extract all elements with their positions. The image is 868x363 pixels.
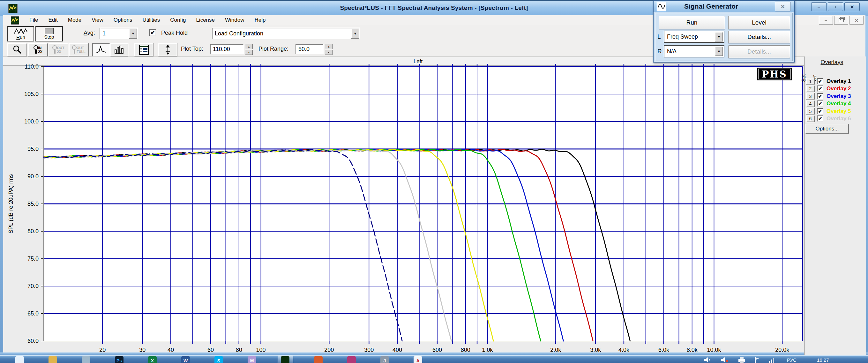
menu-item-license[interactable]: License (191, 17, 220, 23)
overlay-set-button-4[interactable]: 4 (806, 100, 815, 107)
overlay-set-button-3[interactable]: 3 (806, 93, 815, 100)
menu-item-help[interactable]: Help (249, 17, 271, 23)
maximize-button[interactable]: ▫ (828, 2, 843, 11)
svg-text:300: 300 (364, 347, 374, 353)
right-signal-value: N/A (667, 48, 677, 55)
menu-item-mode[interactable]: Mode (63, 17, 87, 23)
taskbar-icon-spectraplus[interactable] (281, 356, 289, 363)
y-axis-title: SPL (dB re 20uPA) rms (8, 174, 14, 233)
overlay-set-button-5[interactable]: 5 (806, 108, 815, 114)
stop-button[interactable]: Stop (35, 26, 63, 41)
generator-run-button[interactable]: Run (659, 16, 725, 29)
generator-level-button[interactable]: Level (728, 16, 790, 29)
child-close-button[interactable]: ✕ (849, 16, 864, 25)
svg-text:70.0: 70.0 (27, 283, 39, 289)
minimize-button[interactable]: – (811, 2, 827, 11)
overlay-set-button-2[interactable]: 2 (806, 86, 815, 92)
right-details-button[interactable]: Details... (728, 45, 790, 58)
child-restore-button[interactable] (834, 16, 848, 25)
plot-top-spinner[interactable]: ▲▼ (245, 44, 253, 55)
menu-item-view[interactable]: View (87, 17, 108, 23)
mdi-child-icon[interactable] (11, 16, 19, 25)
plot-range-input[interactable]: 50.0 (296, 44, 323, 54)
svg-text:1.0k: 1.0k (482, 347, 493, 353)
zoom-in-2x-button[interactable]: IN 2X (28, 43, 48, 57)
zoom-out-2x-button[interactable]: OUT 2X (49, 43, 68, 57)
display-options-button[interactable] (134, 43, 154, 57)
taskbar-icon-utility[interactable]: J (380, 356, 389, 363)
zoom-out-full-button[interactable]: OUT FULL (69, 43, 89, 57)
bar-plot-mode-button[interactable] (111, 43, 128, 57)
restore-icon (839, 18, 844, 22)
spectrum-chart: Left 20304060801002003004006008001.0k2.0… (3, 57, 804, 355)
menu-item-window[interactable]: Window (220, 17, 249, 23)
notification-flag-icon[interactable] (754, 357, 760, 363)
right-signal-dropdown-arrow[interactable]: ▼ (715, 46, 723, 56)
menu-item-utilities[interactable]: Utilities (137, 17, 165, 23)
vertical-range-icon (164, 45, 172, 55)
overlay-on-checkbox-1[interactable]: ✔ (817, 78, 823, 85)
taskbar-icon-explorer-folder[interactable] (49, 356, 57, 363)
left-signal-dropdown-arrow[interactable]: ▼ (715, 32, 723, 41)
taskbar-icon-skype[interactable]: S (214, 356, 223, 363)
svg-text:90.0: 90.0 (27, 173, 39, 179)
line-plot-mode-button[interactable] (92, 43, 110, 57)
overlay-set-button-1[interactable]: 1 (806, 78, 815, 85)
taskbar-icon-word[interactable]: W (181, 356, 190, 363)
volume-alert-icon[interactable] (720, 357, 729, 363)
svg-text:100: 100 (256, 347, 266, 353)
taskbar-icon-photo-app[interactable] (347, 356, 356, 363)
peak-hold-checkbox[interactable]: ✔ (149, 29, 156, 36)
right-signal-combobox[interactable]: N/A ▼ (664, 45, 724, 58)
menu-item-edit[interactable]: Edit (43, 17, 63, 23)
signal-generator-window[interactable]: Signal Generator ✕ Run Level L Freq Swee… (653, 0, 795, 63)
load-configuration-combobox[interactable]: Load Configuration ▼ (212, 28, 360, 39)
taskbar-icon-start-orb[interactable] (15, 356, 24, 363)
menu-item-file[interactable]: File (24, 17, 43, 23)
load-configuration-dropdown-arrow[interactable]: ▼ (351, 28, 359, 39)
signal-generator-close-button[interactable]: ✕ (775, 2, 791, 11)
printer-icon[interactable] (738, 357, 745, 363)
svg-text:3.0k: 3.0k (590, 347, 601, 353)
plot-title: Left (413, 58, 423, 64)
menu-item-config[interactable]: Config (165, 17, 191, 23)
plot-top-input[interactable]: 110.00 (210, 44, 244, 54)
overlays-options-button[interactable]: Options... (805, 124, 849, 134)
vertical-scale-button[interactable] (158, 43, 178, 57)
overlay-on-checkbox-6[interactable]: ✔ (817, 116, 823, 122)
clock[interactable]: 16:27 (817, 357, 829, 363)
close-button[interactable]: ✕ (844, 2, 860, 11)
language-indicator[interactable]: РУС (787, 357, 797, 363)
child-minimize-button[interactable]: – (819, 16, 833, 25)
menu-item-options[interactable]: Options (108, 17, 137, 23)
left-signal-combobox[interactable]: Freq Sweep ▼ (664, 31, 724, 43)
network-icon[interactable] (769, 357, 776, 363)
taskbar[interactable]: PsXWSMJA РУС 16:27 (0, 355, 868, 363)
taskbar-icon-photoshop[interactable]: Ps (115, 356, 124, 363)
taskbar-icon-browser[interactable] (314, 356, 322, 363)
overlay-on-checkbox-3[interactable]: ✔ (817, 93, 823, 100)
zoom-button[interactable] (7, 43, 27, 57)
right-channel-label: R (657, 48, 662, 55)
overlays-title: Overlays (805, 59, 859, 66)
taskbar-icon-excel[interactable]: X (148, 356, 157, 363)
run-button[interactable]: Run (7, 26, 34, 41)
left-details-button[interactable]: Details... (728, 31, 790, 43)
svg-text:200: 200 (324, 347, 334, 353)
avg-combobox[interactable]: 1 ▼ (99, 28, 138, 39)
taskbar-icon-autocad[interactable]: A (413, 356, 422, 363)
svg-text:80.0: 80.0 (27, 228, 39, 234)
overlay-on-checkbox-4[interactable]: ✔ (817, 100, 823, 107)
taskbar-icon-media-player[interactable] (82, 356, 90, 363)
svg-text:2.0k: 2.0k (550, 347, 561, 353)
overlay-on-checkbox-5[interactable]: ✔ (817, 108, 823, 114)
taskbar-icon-outlook[interactable]: M (248, 356, 256, 363)
overlay-set-button-6[interactable]: 6 (806, 116, 815, 122)
plot-range-spinner[interactable]: ▲▼ (325, 44, 333, 55)
avg-dropdown-arrow[interactable]: ▼ (129, 28, 137, 39)
volume-icon[interactable] (704, 357, 712, 363)
svg-text:95.0: 95.0 (27, 146, 39, 152)
overlay-on-checkbox-2[interactable]: ✔ (817, 86, 823, 92)
signal-generator-title-bar[interactable]: Signal Generator ✕ (654, 1, 794, 12)
svg-text:8.0k: 8.0k (687, 347, 698, 353)
